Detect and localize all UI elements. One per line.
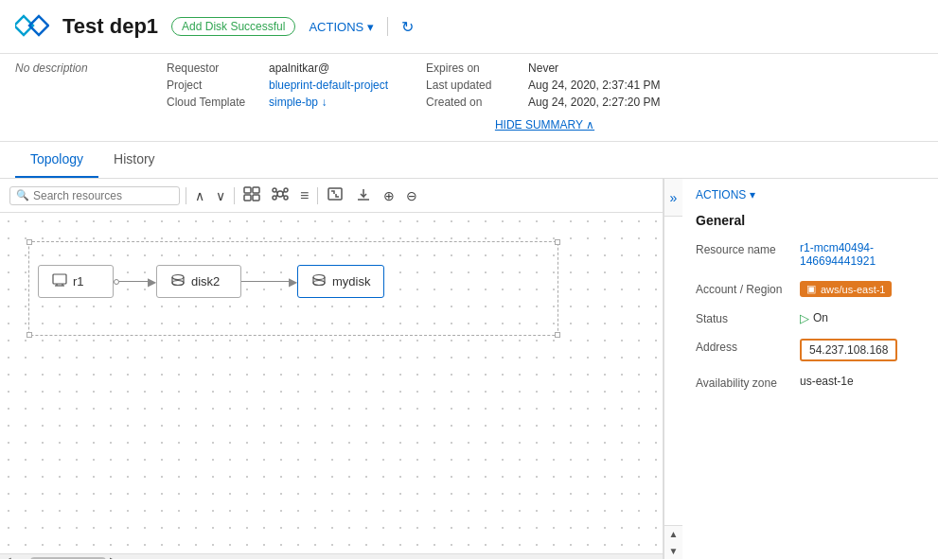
project-link[interactable]: blueprint-default-project [269, 79, 388, 92]
expires-label: Expires on [426, 61, 521, 75]
chevron-down-icon: ▾ [367, 20, 374, 34]
requestor-value: apalnitkar@ [269, 61, 329, 75]
arrow-icon-2: ▶ [289, 275, 297, 289]
panel-collapse-area: » ▲ ▼ [664, 179, 682, 559]
svg-point-9 [273, 196, 276, 200]
svg-point-22 [172, 281, 184, 286]
play-icon: ▷ [800, 311, 809, 325]
svg-line-11 [276, 192, 277, 194]
status-label: Status [696, 310, 800, 325]
node-disk2[interactable]: disk2 [156, 265, 241, 298]
app-header: Test dep1 Add Disk Successful ACTIONS ▾ … [0, 0, 938, 54]
nav-down-button[interactable]: ∨ [213, 186, 228, 205]
svg-line-12 [283, 192, 284, 194]
resource-name-row: Resource name r1-mcm40494-146694441921 [696, 241, 925, 268]
resource-name-label: Resource name [696, 241, 800, 268]
connector-line-1 [121, 281, 148, 282]
network-view-button[interactable] [269, 184, 292, 206]
account-icon: ▣ [806, 283, 816, 295]
svg-point-7 [273, 188, 276, 192]
deployment-summary: No description Requestor apalnitkar@ Pro… [0, 54, 938, 142]
network-icon [272, 189, 289, 204]
scroll-down-panel-button[interactable]: ▼ [664, 542, 682, 559]
no-description-text: No description [15, 61, 167, 75]
scroll-left-arrow[interactable]: ◀ [4, 555, 11, 559]
tab-history[interactable]: History [98, 142, 170, 178]
collapse-panel-button[interactable]: » [664, 179, 682, 217]
list-view-button[interactable]: ≡ [297, 185, 311, 206]
main-tabs: Topology History [0, 142, 938, 179]
fit-view-button[interactable] [324, 184, 346, 206]
corner-tr [555, 239, 560, 245]
chevron-down-icon: ∨ [216, 188, 225, 203]
scroll-right-arrow[interactable]: ▶ [110, 555, 117, 559]
availability-zone-value: us-east-1e [800, 375, 854, 390]
svg-rect-2 [244, 187, 251, 193]
node-mydisk[interactable]: mydisk [297, 265, 384, 298]
panel-actions-button[interactable]: ACTIONS ▾ [696, 188, 755, 201]
summary-description: No description [15, 61, 167, 141]
refresh-icon: ↻ [401, 19, 414, 35]
address-label: Address [696, 339, 800, 361]
disk2-icon [170, 273, 186, 289]
mydisk-icon [311, 273, 327, 289]
zoom-out-icon: ⊖ [406, 188, 417, 203]
vm-icon [52, 273, 67, 289]
scroll-up-icon: ▲ [669, 529, 679, 539]
panel-actions-chevron: ▾ [750, 188, 755, 201]
scroll-up-panel-button[interactable]: ▲ [664, 525, 682, 542]
refresh-button[interactable]: ↻ [401, 18, 414, 36]
node-r1[interactable]: r1 [38, 265, 114, 298]
toolbar-separator-1 [186, 187, 186, 204]
svg-point-24 [313, 281, 325, 286]
search-box[interactable]: 🔍 [9, 186, 180, 205]
address-value[interactable]: 54.237.108.168 [800, 339, 897, 361]
download-icon [355, 189, 372, 204]
account-region-label: Account / Region [696, 281, 800, 297]
download-topology-button[interactable] [352, 184, 375, 206]
node-mydisk-label: mydisk [332, 274, 370, 289]
scrollbar-area[interactable]: ◀ ▶ [0, 553, 663, 559]
svg-point-21 [172, 275, 184, 280]
grid-icon [243, 189, 260, 204]
grid-view-button[interactable] [240, 184, 263, 206]
expires-row: Expires on Never [426, 61, 660, 75]
svg-rect-15 [328, 188, 342, 200]
page-title: Test dep1 [62, 14, 158, 39]
toolbar-separator-2 [234, 187, 235, 204]
cloud-template-link[interactable]: simple-bp ↓ [269, 96, 327, 109]
corner-tl [27, 239, 32, 245]
created-label: Created on [426, 96, 521, 109]
connector-line-2 [241, 281, 289, 282]
svg-point-10 [284, 196, 288, 200]
zoom-in-button[interactable]: ⊕ [381, 186, 398, 205]
main-content: 🔍 ∧ ∨ [0, 179, 938, 559]
scroll-down-icon: ▼ [669, 546, 679, 556]
scrollbar-thumb[interactable] [30, 557, 106, 560]
last-updated-value: Aug 24, 2020, 2:37:41 PM [528, 79, 660, 92]
hide-summary-link[interactable]: HIDE SUMMARY ∧ [167, 113, 923, 137]
arrow-icon-1: ▶ [148, 275, 156, 289]
project-label: Project [167, 79, 261, 92]
toolbar-separator-3 [317, 187, 318, 204]
account-region-row: Account / Region ▣ aws/us-east-1 [696, 281, 925, 297]
topology-canvas[interactable]: r1 ▶ [0, 213, 663, 553]
cloud-template-row: Cloud Template simple-bp ↓ [167, 96, 388, 109]
status-value: ▷ On [800, 310, 828, 325]
summary-details: Requestor apalnitkar@ Project blueprint-… [167, 61, 923, 141]
created-row: Created on Aug 24, 2020, 2:27:20 PM [426, 96, 660, 109]
zoom-out-button[interactable]: ⊖ [403, 186, 420, 205]
last-updated-label: Last updated [426, 79, 521, 92]
connector-r1-disk2: ▶ [114, 275, 156, 289]
collapse-icon: » [670, 190, 678, 205]
nav-up-button[interactable]: ∧ [192, 186, 207, 205]
resource-name-value[interactable]: r1-mcm40494-146694441921 [800, 241, 925, 268]
zoom-in-icon: ⊕ [383, 188, 395, 203]
tab-topology[interactable]: Topology [15, 142, 98, 178]
svg-rect-17 [53, 274, 66, 284]
success-badge: Add Disk Successful [171, 17, 295, 36]
search-input[interactable] [33, 189, 166, 202]
chevron-up-icon: ∧ [195, 188, 204, 203]
actions-button[interactable]: ACTIONS ▾ [309, 20, 374, 34]
availability-zone-label: Availability zone [696, 375, 800, 390]
